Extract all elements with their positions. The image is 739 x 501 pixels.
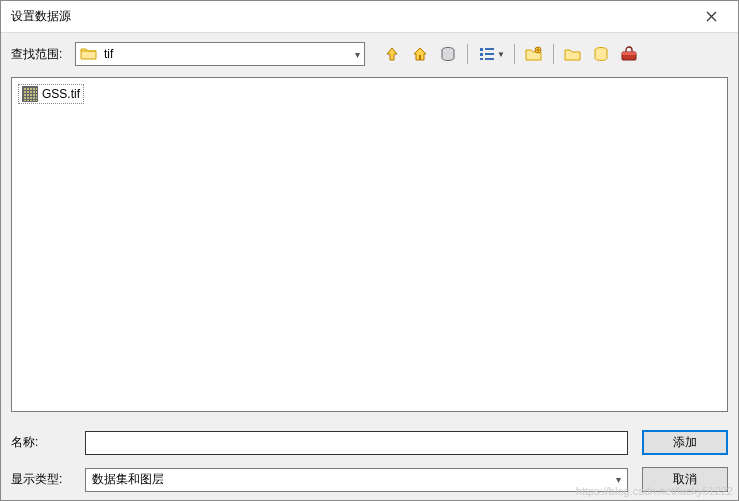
close-icon [706, 11, 717, 22]
name-label: 名称: [11, 434, 71, 451]
type-row: 显示类型: 数据集和图层 ▾ 取消 [11, 467, 728, 492]
lookin-row: 查找范围: tif ▾ ▼ [11, 41, 728, 67]
dialog-body: 查找范围: tif ▾ ▼ [1, 33, 738, 500]
cancel-button[interactable]: 取消 [642, 467, 728, 492]
lookin-combo[interactable]: tif ▾ [75, 42, 365, 66]
database-icon [439, 45, 457, 63]
new-folder-icon [525, 45, 543, 63]
type-select[interactable]: 数据集和图层 ▾ [85, 468, 628, 492]
geodatabase-button[interactable] [435, 41, 461, 67]
chevron-down-icon: ▾ [616, 474, 621, 485]
dialog-window: 设置数据源 查找范围: tif ▾ ▼ [0, 0, 739, 501]
database-gold-icon [592, 45, 610, 63]
connect-folder-button[interactable] [560, 41, 586, 67]
svg-rect-4 [480, 58, 483, 60]
dropdown-icon: ▼ [497, 50, 505, 59]
lookin-text: tif [104, 47, 355, 61]
toolbar: ▼ [379, 41, 642, 67]
folder-connect-icon [564, 45, 582, 63]
titlebar: 设置数据源 [1, 1, 738, 33]
folder-icon [80, 45, 98, 63]
separator [553, 44, 554, 64]
home-icon [411, 45, 429, 63]
name-input[interactable] [85, 431, 628, 455]
raster-icon [22, 86, 38, 102]
svg-rect-5 [485, 48, 494, 50]
view-menu-button[interactable]: ▼ [474, 41, 508, 67]
name-row: 名称: 添加 [11, 430, 728, 455]
svg-rect-0 [419, 55, 421, 60]
chevron-down-icon: ▾ [355, 49, 360, 60]
svg-rect-11 [622, 52, 636, 55]
separator [514, 44, 515, 64]
file-name: GSS.tif [42, 87, 80, 101]
file-listing[interactable]: GSS.tif [11, 77, 728, 412]
toolbox-button[interactable] [616, 41, 642, 67]
up-arrow-icon [383, 45, 401, 63]
svg-rect-2 [480, 48, 483, 51]
bottom-panel: 名称: 添加 显示类型: 数据集和图层 ▾ 取消 [11, 422, 728, 492]
lookin-label: 查找范围: [11, 46, 69, 63]
new-geodatabase-button[interactable] [588, 41, 614, 67]
type-selected: 数据集和图层 [92, 471, 616, 488]
svg-rect-6 [485, 53, 494, 55]
window-title: 设置数据源 [11, 8, 688, 25]
svg-rect-3 [480, 53, 483, 56]
up-one-level-button[interactable] [379, 41, 405, 67]
toolbox-icon [620, 45, 638, 63]
type-label: 显示类型: [11, 471, 71, 488]
list-icon [478, 45, 496, 63]
svg-rect-7 [485, 58, 494, 60]
home-button[interactable] [407, 41, 433, 67]
new-folder-button[interactable] [521, 41, 547, 67]
separator [467, 44, 468, 64]
add-button[interactable]: 添加 [642, 430, 728, 455]
close-button[interactable] [688, 2, 734, 32]
file-item[interactable]: GSS.tif [18, 84, 84, 104]
